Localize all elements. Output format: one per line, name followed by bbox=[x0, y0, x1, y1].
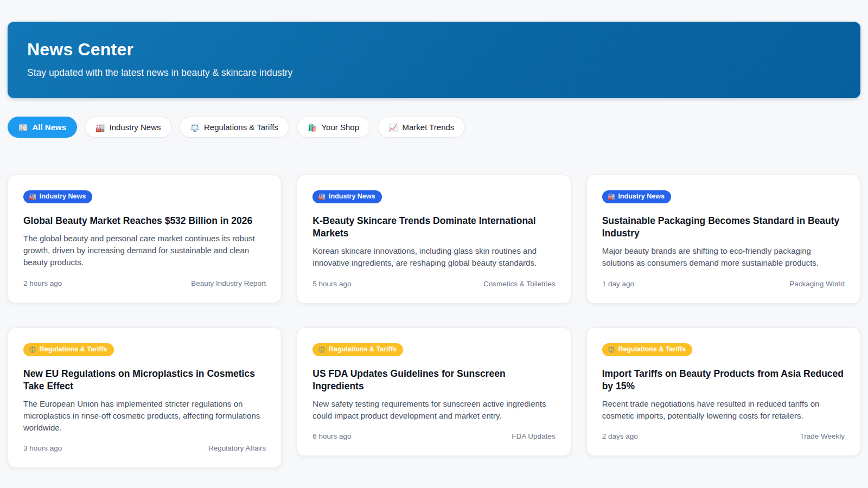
news-title: Sustainable Packaging Becomes Standard i… bbox=[602, 215, 845, 240]
news-title: Import Tariffs on Beauty Products from A… bbox=[602, 368, 845, 393]
news-meta: 3 hours ago Regulatory Affairs bbox=[23, 444, 266, 452]
category-badge-label: Regulations & Tariffs bbox=[40, 345, 107, 354]
news-meta: 2 hours ago Beauty Industry Report bbox=[23, 279, 266, 287]
factory-icon: 🏭 bbox=[95, 124, 105, 131]
news-description: Recent trade negotiations have resulted … bbox=[602, 398, 845, 422]
category-badge-label: Industry News bbox=[329, 192, 375, 201]
category-badge-label: Regulations & Tariffs bbox=[618, 345, 686, 354]
chart-increasing-icon: 📈 bbox=[388, 124, 398, 131]
category-badge: ⚖️ Regulations & Tariffs bbox=[23, 343, 114, 356]
news-card[interactable]: ⚖️ Regulations & Tariffs Import Tariffs … bbox=[586, 328, 860, 457]
balance-scale-icon: ⚖️ bbox=[318, 346, 326, 352]
news-source: Regulatory Affairs bbox=[208, 444, 266, 452]
news-meta: 2 days ago Trade Weekly bbox=[602, 432, 845, 440]
news-card[interactable]: 🏭 Industry News Sustainable Packaging Be… bbox=[586, 175, 860, 304]
tab-label: All News bbox=[32, 123, 66, 132]
factory-icon: 🏭 bbox=[608, 194, 615, 200]
balance-scale-icon: ⚖️ bbox=[190, 124, 200, 131]
tab-your-shop[interactable]: 🛍️ Your Shop bbox=[297, 117, 370, 138]
page-title: News Center bbox=[27, 40, 841, 60]
category-badge: 🏭 Industry News bbox=[602, 190, 671, 203]
balance-scale-icon: ⚖️ bbox=[29, 346, 36, 352]
tab-industry-news[interactable]: 🏭 Industry News bbox=[85, 117, 172, 138]
news-card[interactable]: 🏭 Industry News Global Beauty Market Rea… bbox=[8, 175, 282, 303]
factory-icon: 🏭 bbox=[29, 194, 36, 200]
tab-market-trends[interactable]: 📈 Market Trends bbox=[378, 117, 465, 138]
category-filter-tabs: 📰 All News 🏭 Industry News ⚖️ Regulation… bbox=[8, 117, 860, 138]
balance-scale-icon: ⚖️ bbox=[608, 346, 615, 352]
hero-banner: News Center Stay updated with the latest… bbox=[8, 22, 860, 98]
news-meta: 1 day ago Packaging World bbox=[602, 280, 845, 288]
news-source: Trade Weekly bbox=[800, 432, 845, 440]
category-badge-label: Industry News bbox=[40, 192, 86, 201]
news-source: FDA Updates bbox=[512, 432, 555, 440]
news-description: The European Union has implemented stric… bbox=[23, 398, 266, 434]
category-badge-label: Regulations & Tariffs bbox=[329, 345, 397, 354]
news-source: Beauty Industry Report bbox=[191, 279, 266, 287]
tab-label: Regulations & Tariffs bbox=[204, 123, 278, 132]
news-description: Korean skincare innovations, including g… bbox=[312, 245, 555, 269]
tab-label: Your Shop bbox=[321, 123, 359, 132]
news-description: New safety testing requirements for suns… bbox=[312, 398, 555, 422]
tab-regulations-tariffs[interactable]: ⚖️ Regulations & Tariffs bbox=[180, 117, 290, 138]
news-meta: 5 hours ago Cosmetics & Toiletries bbox=[312, 280, 555, 288]
news-timestamp: 6 hours ago bbox=[312, 432, 351, 440]
shopping-bags-icon: 🛍️ bbox=[308, 124, 317, 131]
news-title: New EU Regulations on Microplastics in C… bbox=[23, 368, 266, 393]
news-card[interactable]: ⚖️ Regulations & Tariffs US FDA Updates … bbox=[297, 328, 571, 457]
news-title: K-Beauty Skincare Trends Dominate Intern… bbox=[312, 215, 555, 240]
category-badge: 🏭 Industry News bbox=[312, 190, 381, 203]
category-badge: ⚖️ Regulations & Tariffs bbox=[312, 343, 403, 356]
category-badge: 🏭 Industry News bbox=[23, 190, 92, 203]
news-timestamp: 2 days ago bbox=[602, 432, 638, 440]
news-title: US FDA Updates Guidelines for Sunscreen … bbox=[312, 368, 555, 393]
newspaper-icon: 📰 bbox=[18, 124, 28, 131]
news-source: Packaging World bbox=[789, 280, 845, 288]
news-timestamp: 5 hours ago bbox=[312, 280, 351, 288]
factory-icon: 🏭 bbox=[318, 194, 326, 200]
news-timestamp: 2 hours ago bbox=[23, 279, 62, 287]
news-description: Major beauty brands are shifting to eco-… bbox=[602, 245, 845, 269]
news-timestamp: 1 day ago bbox=[602, 280, 634, 288]
page-subtitle: Stay updated with the latest news in bea… bbox=[27, 67, 841, 79]
category-badge: ⚖️ Regulations & Tariffs bbox=[602, 343, 693, 356]
news-source: Cosmetics & Toiletries bbox=[483, 280, 556, 288]
news-title: Global Beauty Market Reaches $532 Billio… bbox=[23, 215, 266, 227]
tab-label: Industry News bbox=[109, 123, 161, 132]
news-center-page: News Center Stay updated with the latest… bbox=[0, 0, 868, 468]
news-timestamp: 3 hours ago bbox=[23, 444, 62, 452]
news-card-grid: 🏭 Industry News Global Beauty Market Rea… bbox=[8, 175, 860, 468]
tab-all-news[interactable]: 📰 All News bbox=[8, 117, 77, 138]
news-card[interactable]: ⚖️ Regulations & Tariffs New EU Regulati… bbox=[8, 328, 282, 468]
news-description: The global beauty and personal care mark… bbox=[23, 233, 266, 269]
news-meta: 6 hours ago FDA Updates bbox=[312, 432, 555, 440]
category-badge-label: Industry News bbox=[618, 192, 664, 201]
news-card[interactable]: 🏭 Industry News K-Beauty Skincare Trends… bbox=[297, 175, 571, 304]
tab-label: Market Trends bbox=[402, 123, 454, 132]
